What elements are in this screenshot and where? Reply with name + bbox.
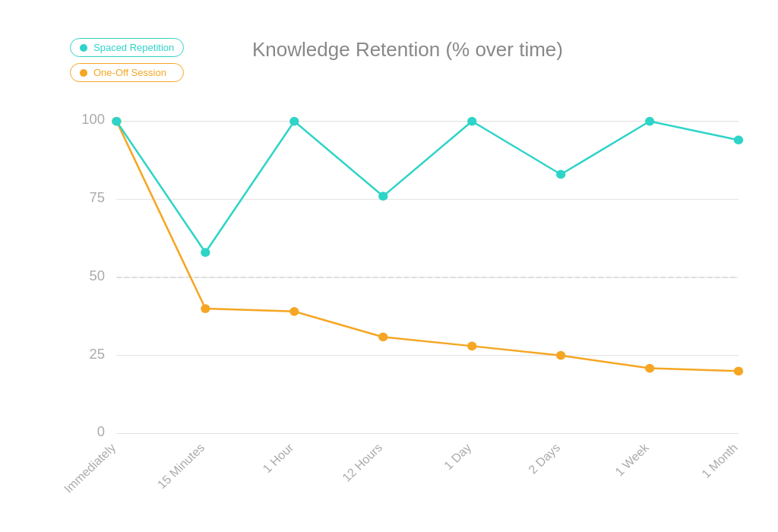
x-label-3: 12 Hours bbox=[340, 441, 384, 484]
oneoff-dot-3 bbox=[378, 333, 387, 342]
y-label-50: 50 bbox=[90, 268, 105, 283]
legend-item-spaced: Spaced Repetition bbox=[70, 38, 184, 57]
x-label-5: 2 Days bbox=[526, 441, 562, 476]
spaced-dot-0 bbox=[112, 117, 121, 126]
y-label-25: 25 bbox=[90, 347, 105, 362]
oneoff-dot-2 bbox=[289, 307, 299, 316]
spaced-dot-4 bbox=[467, 117, 476, 126]
x-label-1: 15 Minutes bbox=[155, 441, 207, 491]
legend-label-spaced: Spaced Repetition bbox=[93, 42, 174, 53]
oneoff-dot-1 bbox=[201, 304, 210, 313]
oneoff-dot-7 bbox=[734, 366, 743, 375]
spaced-line bbox=[116, 122, 738, 253]
chart-container: Spaced Repetition One-Off Session Knowle… bbox=[24, 23, 754, 509]
x-label-0: Immediately bbox=[62, 441, 119, 495]
legend-item-oneoff: One-Off Session bbox=[70, 63, 184, 82]
x-label-6: 1 Week bbox=[612, 441, 652, 479]
legend-label-oneoff: One-Off Session bbox=[93, 67, 166, 78]
x-label-4: 1 Day bbox=[441, 441, 473, 472]
spaced-dot-2 bbox=[289, 117, 299, 126]
spaced-dot-6 bbox=[645, 117, 654, 126]
oneoff-dot-6 bbox=[645, 364, 654, 373]
chart-area: 0 25 50 75 100 bbox=[70, 106, 738, 448]
legend-dot-teal bbox=[80, 44, 87, 52]
chart-svg: 0 25 50 75 100 bbox=[70, 106, 738, 448]
chart-title: Knowledge Retention (% over time) bbox=[252, 38, 563, 62]
spaced-dot-1 bbox=[201, 248, 210, 257]
y-label-100: 100 bbox=[81, 112, 105, 128]
legend-dot-orange bbox=[80, 69, 87, 77]
y-label-75: 75 bbox=[90, 191, 105, 206]
spaced-dot-3 bbox=[378, 192, 387, 201]
x-label-7: 1 Month bbox=[699, 441, 740, 480]
spaced-dot-5 bbox=[556, 170, 565, 179]
y-label-0: 0 bbox=[97, 425, 105, 440]
oneoff-dot-5 bbox=[556, 351, 565, 360]
oneoff-dot-4 bbox=[467, 342, 476, 351]
legend: Spaced Repetition One-Off Session bbox=[70, 38, 184, 82]
spaced-dot-7 bbox=[734, 135, 743, 144]
x-label-2: 1 Hour bbox=[260, 441, 296, 475]
